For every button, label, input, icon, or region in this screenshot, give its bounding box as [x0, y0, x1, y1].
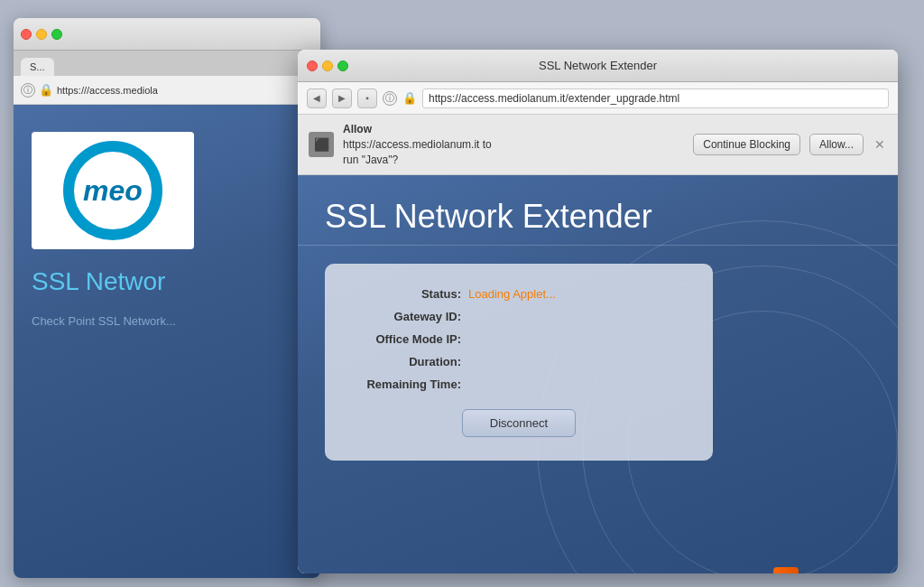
status-value: Loading Applet...: [468, 287, 556, 301]
allow-button[interactable]: Allow...: [809, 134, 864, 155]
continue-blocking-button[interactable]: Continue Blocking: [693, 134, 800, 155]
checkpoint-brand-text: Check Point: [804, 572, 887, 573]
java-blocking-bar: ⬛ Allow https://access.mediolanum.it to …: [298, 115, 898, 175]
duration-row: Duration:: [344, 355, 694, 368]
checkpoint-logo-icon: CP: [773, 567, 799, 573]
meo-logo: meo: [32, 132, 194, 249]
duration-label: Duration:: [344, 355, 461, 368]
nav-forward-button[interactable]: ▶: [332, 89, 352, 108]
remaining-time-row: Remaining Time:: [344, 377, 694, 391]
bg-info-icon: ⓘ: [21, 83, 35, 98]
bg-content-area: meo SSL Networ Check Point SSL Network..…: [14, 105, 320, 578]
bg-bottom-text: Check Point SSL Network...: [32, 314, 176, 328]
bg-address-bar: ⓘ 🔒 https:///access.mediola: [14, 76, 320, 105]
fg-window-controls: [307, 61, 348, 71]
ssl-network-extender-window: SSL Network Extender ◀ ▶ ▪ ⓘ 🔒 ⬛ Allow h…: [298, 50, 898, 573]
status-row: Status: Loading Applet...: [344, 287, 694, 301]
disconnect-button[interactable]: Disconnect: [462, 409, 576, 437]
bg-close-dot[interactable]: [21, 29, 32, 40]
blocking-url-text: https://access.mediolanum.it to: [343, 138, 492, 151]
bg-tab-bar: S...: [14, 51, 320, 76]
bg-ssl-text: SSL Networ: [32, 267, 165, 296]
nav-page-icon: ▪: [357, 89, 377, 108]
bg-tab-label: S...: [30, 61, 45, 72]
bg-titlebar: [14, 18, 320, 51]
blocking-message: Allow https://access.mediolanum.it to ru…: [343, 122, 684, 167]
bg-address-text: https:///access.mediola: [57, 85, 158, 96]
fg-maximize-dot[interactable]: [337, 61, 348, 71]
background-browser-window: S... ⓘ 🔒 https:///access.mediola meo SSL…: [14, 18, 320, 578]
office-mode-ip-row: Office Mode IP:: [344, 332, 694, 346]
footer-branding: CP Check Point: [762, 560, 898, 573]
fg-info-icon: ⓘ: [383, 91, 397, 106]
nav-back-button[interactable]: ◀: [307, 89, 327, 108]
bg-maximize-dot[interactable]: [51, 29, 62, 40]
blocking-allow-label: Allow: [343, 123, 372, 135]
gateway-id-row: Gateway ID:: [344, 310, 694, 323]
blocking-java-text: run "Java"?: [343, 154, 398, 166]
fg-minimize-dot[interactable]: [322, 61, 333, 71]
fg-titlebar: SSL Network Extender: [298, 50, 898, 82]
bg-window-controls: [21, 29, 62, 40]
bg-lock-icon: 🔒: [39, 83, 53, 97]
fg-address-bar: ◀ ▶ ▪ ⓘ 🔒: [298, 82, 898, 115]
meo-circle-logo: meo: [63, 141, 162, 240]
status-panel: Status: Loading Applet... Gateway ID: Of…: [325, 264, 713, 461]
fg-lock-icon: 🔒: [402, 91, 417, 105]
status-label: Status:: [344, 287, 461, 301]
bg-minimize-dot[interactable]: [36, 29, 47, 40]
fg-close-dot[interactable]: [307, 61, 318, 71]
bg-tab[interactable]: S...: [21, 58, 54, 76]
meo-text: meo: [83, 174, 143, 208]
office-mode-ip-label: Office Mode IP:: [344, 332, 461, 346]
java-plugin-icon: ⬛: [309, 132, 334, 157]
address-bar-input[interactable]: [422, 89, 889, 108]
fg-main-content: SSL Network Extender Status: Loading App…: [298, 175, 898, 573]
gateway-id-label: Gateway ID:: [344, 310, 461, 323]
window-title: SSL Network Extender: [539, 59, 657, 72]
blocking-close-icon[interactable]: ✕: [873, 137, 887, 152]
remaining-time-label: Remaining Time:: [344, 377, 461, 391]
